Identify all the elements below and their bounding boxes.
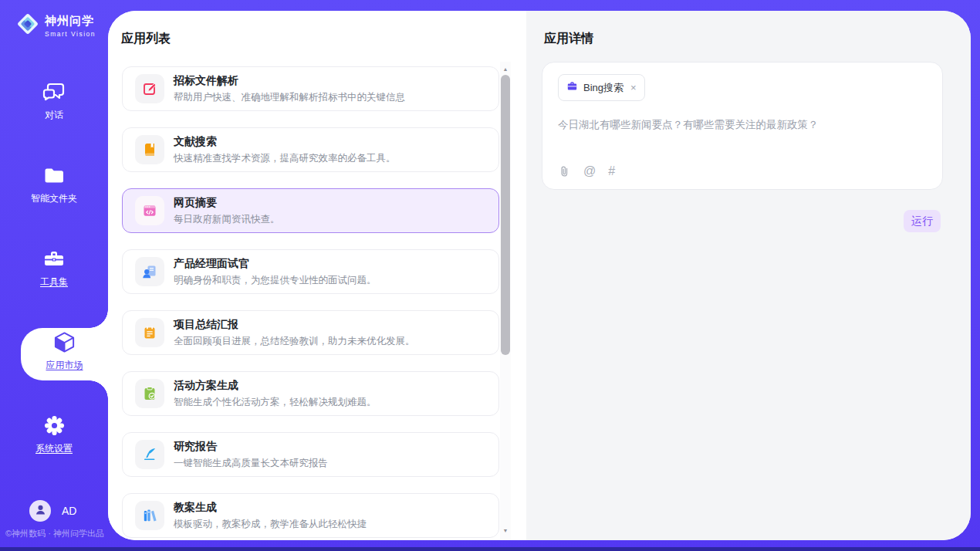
list-item[interactable]: 项目总结汇报全面回顾项目进展，总结经验教训，助力未来优化发展。 <box>122 310 499 355</box>
app-description: 一键智能生成高质量长文本研究报告 <box>174 457 328 470</box>
book-icon <box>135 135 164 164</box>
sidebar-item-toolkit[interactable]: 工具集 <box>0 245 108 297</box>
chat-icon <box>42 78 66 106</box>
hash-icon[interactable]: # <box>608 164 615 178</box>
app-description: 帮助用户快速、准确地理解和解析招标书中的关键信息 <box>174 91 405 104</box>
prompt-input[interactable]: 今日湖北有哪些新闻要点？有哪些需要关注的最新政策？ <box>558 118 927 164</box>
sidebar-item-chat[interactable]: 对话 <box>0 78 108 130</box>
sidebar-item-label: 应用市场 <box>46 359 83 372</box>
run-button[interactable]: 运行 <box>904 210 941 232</box>
app-title: 产品经理面试官 <box>174 257 377 271</box>
tool-tag-bing-search[interactable]: Bing搜索 × <box>558 74 645 101</box>
copyright-text: ©神州数码 · 神州问学出品 <box>5 528 113 539</box>
scroll-up-icon[interactable]: ▲ <box>500 63 511 74</box>
sidebar-nav: 对话智能文件夹工具集应用市场系统设置 <box>0 78 108 464</box>
app-description: 智能生成个性化活动方案，轻松解决规划难题。 <box>174 396 377 409</box>
app-title: 活动方案生成 <box>174 379 377 393</box>
close-icon[interactable]: × <box>630 83 637 93</box>
app-description: 全面回顾项目进展，总结经验教训，助力未来优化发展。 <box>174 335 415 348</box>
user-profile[interactable]: AD <box>29 500 76 522</box>
app-list-pane: 应用列表 招标文件解析帮助用户快速、准确地理解和解析招标书中的关键信息文献搜索快… <box>108 11 526 540</box>
app-card-list: 招标文件解析帮助用户快速、准确地理解和解析招标书中的关键信息文献搜索快速精准查找… <box>122 66 499 540</box>
at-icon[interactable]: @ <box>583 164 596 178</box>
list-item[interactable]: 活动方案生成智能生成个性化活动方案，轻松解决规划难题。 <box>122 371 499 416</box>
app-title: 文献搜索 <box>174 135 396 149</box>
scroll-down-icon[interactable]: ▼ <box>500 525 511 536</box>
sidebar-item-label: 对话 <box>45 109 63 122</box>
list-item[interactable]: 招标文件解析帮助用户快速、准确地理解和解析招标书中的关键信息 <box>122 66 499 111</box>
tool-tag-label: Bing搜索 <box>583 81 623 95</box>
app-root: 神州问学 Smart Vision 对话智能文件夹工具集应用市场系统设置 AD … <box>0 0 980 551</box>
diamond-logo-icon <box>15 12 40 39</box>
app-title: 教案生成 <box>174 501 367 515</box>
list-item[interactable]: 教案生成模板驱动，教案秒成，教学准备从此轻松快捷 <box>122 493 499 538</box>
gear-icon <box>44 411 65 439</box>
app-list-title: 应用列表 <box>121 31 171 47</box>
input-toolbar: @ # <box>558 164 615 178</box>
quill-report-icon <box>135 440 164 469</box>
list-item[interactable]: 文献搜索快速精准查找学术资源，提高研究效率的必备工具。 <box>122 127 499 172</box>
app-description: 明确身份和职责，为您提供专业性的面试问题。 <box>174 274 377 287</box>
briefcase-icon <box>566 80 578 95</box>
toolbox-icon <box>43 245 65 272</box>
app-title: 项目总结汇报 <box>174 318 415 332</box>
sidebar-item-settings[interactable]: 系统设置 <box>0 411 108 464</box>
list-item[interactable]: 产品经理面试官明确身份和职责，为您提供专业性的面试问题。 <box>122 249 499 294</box>
notepad-icon <box>135 318 164 347</box>
paperclip-icon[interactable] <box>558 165 571 178</box>
user-avatar-icon <box>34 503 47 519</box>
logo-title: 神州问学 <box>45 14 96 29</box>
interviewer-icon <box>135 257 164 286</box>
app-description: 每日政府新闻资讯快查。 <box>174 213 280 226</box>
app-description: 模板驱动，教案秒成，教学准备从此轻松快捷 <box>174 518 367 531</box>
sidebar-item-label: 智能文件夹 <box>31 192 77 205</box>
scrollbar[interactable]: ▲ ▼ <box>500 62 511 540</box>
app-title: 研究报告 <box>174 440 328 454</box>
scroll-thumb[interactable] <box>501 75 510 355</box>
app-title: 招标文件解析 <box>174 74 405 88</box>
sidebar-item-label: 工具集 <box>40 276 68 289</box>
books-icon <box>135 501 164 530</box>
folder-icon <box>43 161 65 189</box>
web-code-icon <box>135 196 164 225</box>
sidebar: 神州问学 Smart Vision 对话智能文件夹工具集应用市场系统设置 AD … <box>0 0 108 551</box>
edit-document-icon <box>135 74 164 103</box>
app-detail-pane: 应用详情 Bing搜索 × 今日湖北有哪些新闻要点？有哪些需要关注的最新政策？ … <box>526 11 971 540</box>
sidebar-item-app-market[interactable]: 应用市场 <box>21 328 108 380</box>
logo-subtitle: Smart Vision <box>45 30 96 38</box>
list-item[interactable]: 研究报告一键智能生成高质量长文本研究报告 <box>122 432 499 477</box>
main-panel: 应用列表 招标文件解析帮助用户快速、准确地理解和解析招标书中的关键信息文献搜索快… <box>108 11 971 540</box>
list-item[interactable]: 网页摘要每日政府新闻资讯快查。 <box>122 188 499 233</box>
cube-icon <box>52 328 76 356</box>
app-detail-title: 应用详情 <box>544 31 593 47</box>
window-bottom-edge <box>0 547 980 551</box>
app-description: 快速精准查找学术资源，提高研究效率的必备工具。 <box>174 152 396 165</box>
app-title: 网页摘要 <box>174 196 280 210</box>
logo: 神州问学 Smart Vision <box>15 12 96 39</box>
clipboard-check-icon <box>135 379 164 408</box>
user-name: AD <box>62 505 76 517</box>
run-config-card: Bing搜索 × 今日湖北有哪些新闻要点？有哪些需要关注的最新政策？ @ # <box>542 62 943 190</box>
avatar <box>29 500 51 522</box>
sidebar-item-label: 系统设置 <box>35 442 73 455</box>
sidebar-item-smart-folder[interactable]: 智能文件夹 <box>0 161 108 214</box>
